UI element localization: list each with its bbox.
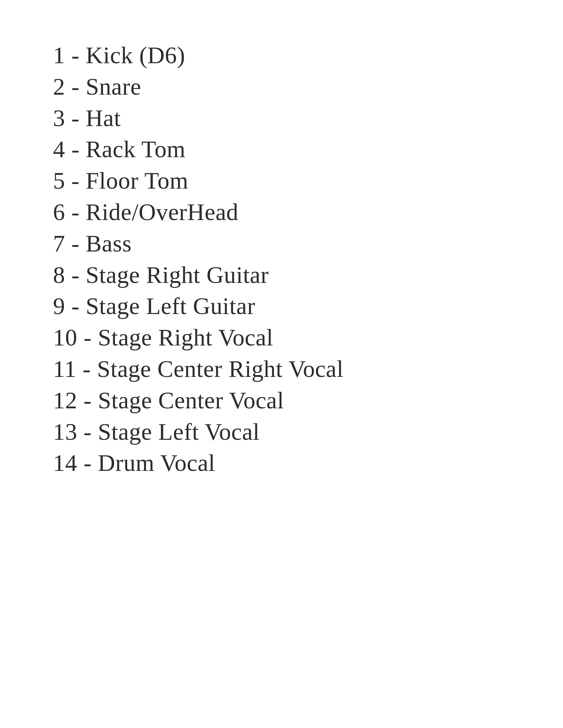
channel-item-10: 10 - Stage Right Vocal: [53, 322, 563, 353]
channel-list: 1 - Kick (D6)2 - Snare3 - Hat4 - Rack To…: [53, 40, 563, 479]
channel-item-3: 3 - Hat: [53, 103, 563, 134]
channel-item-2: 2 - Snare: [53, 71, 563, 103]
channel-item-14: 14 - Drum Vocal: [53, 447, 563, 479]
channel-item-4: 4 - Rack Tom: [53, 134, 563, 165]
channel-item-1: 1 - Kick (D6): [53, 40, 563, 71]
channel-item-11: 11 - Stage Center Right Vocal: [53, 353, 563, 385]
channel-item-9: 9 - Stage Left Guitar: [53, 291, 563, 322]
main-content: 1 - Kick (D6)2 - Snare3 - Hat4 - Rack To…: [0, 0, 563, 479]
channel-item-7: 7 - Bass: [53, 228, 563, 259]
channel-item-8: 8 - Stage Right Guitar: [53, 259, 563, 291]
channel-item-6: 6 - Ride/OverHead: [53, 197, 563, 228]
channel-item-5: 5 - Floor Tom: [53, 165, 563, 197]
channel-item-12: 12 - Stage Center Vocal: [53, 385, 563, 416]
channel-item-13: 13 - Stage Left Vocal: [53, 416, 563, 448]
